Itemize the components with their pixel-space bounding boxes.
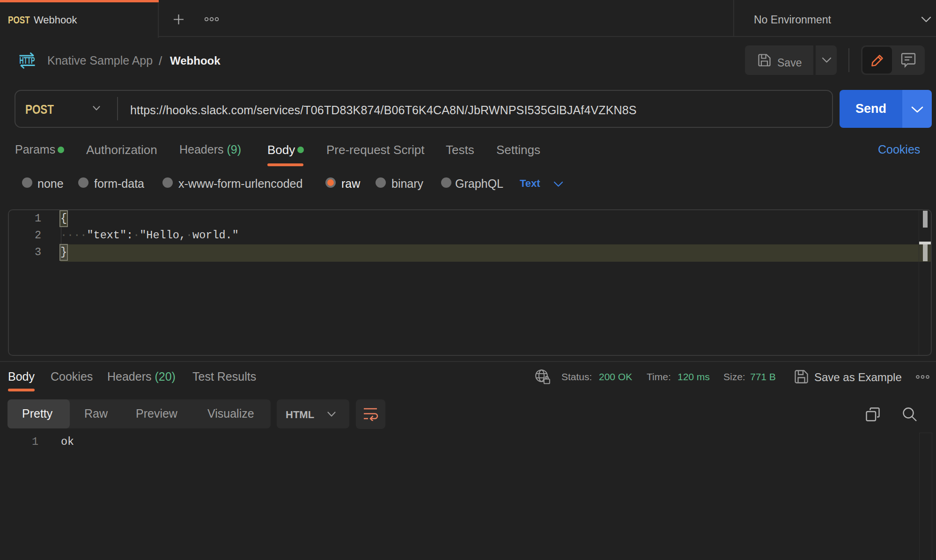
svg-text:HTTP: HTTP xyxy=(20,55,35,66)
